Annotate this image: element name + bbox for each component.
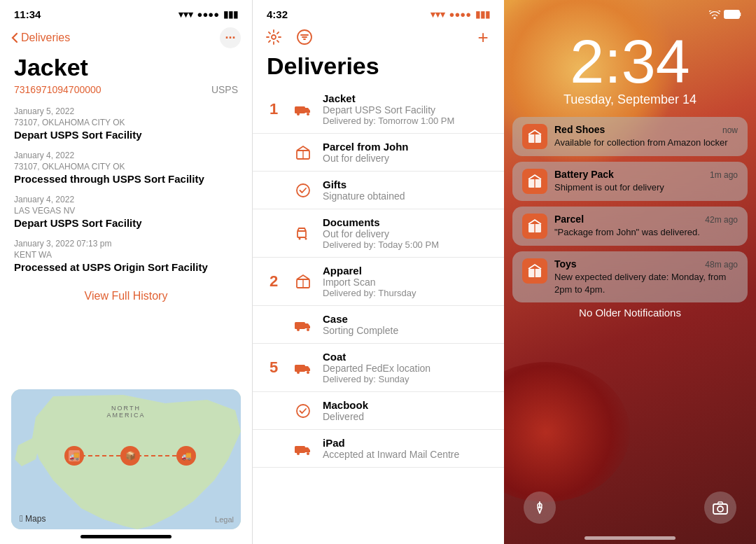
notif-title: Red Shoes (554, 124, 605, 135)
box-icon (292, 141, 314, 164)
list-item[interactable]: 1 Jacket Depart USPS Sort Facility Deliv… (253, 85, 504, 134)
notif-title: Parcel (554, 214, 584, 225)
svg-point-16 (307, 113, 309, 116)
history-status-2: Depart USPS Sort Facility (14, 217, 238, 229)
item-text-gifts: Gifts Signature obtained (323, 179, 493, 202)
notif-header: Toys 48m ago (554, 258, 738, 270)
map-view[interactable]: 🚚 📦 🚚 NORTH AMERICA  Maps Legal (11, 389, 241, 529)
svg-point-15 (297, 113, 300, 116)
chevron-left-icon (11, 32, 18, 43)
list-item[interactable]: 2 Apparel Import Scan Delivered by: Thur… (253, 258, 504, 306)
filter-icon[interactable] (295, 27, 314, 47)
history-entry-3: January 3, 2022 07:13 pm KENT WA Process… (14, 239, 238, 273)
item-text-ipad: iPad Accepted at Inward Mail Centre (323, 437, 493, 460)
package-title: Jacket (14, 54, 238, 81)
notif-header: Battery Pack 1m ago (554, 169, 738, 180)
notif-body: New expected delivery date: Monday, from… (554, 271, 738, 295)
history-location-0: 73107, OKLAHOMA CITY OK (14, 118, 238, 127)
lock-wifi-icon (709, 11, 720, 21)
item-text-jacket: Jacket Depart USPS Sort Facility Deliver… (323, 92, 493, 126)
notification-card[interactable]: Battery Pack 1m ago Shipment is out for … (512, 162, 748, 201)
svg-point-21 (299, 238, 301, 240)
apple-maps-label:  Maps (20, 513, 46, 524)
notifications-list: Red Shoes now Available for collection f… (504, 117, 756, 302)
lock-status-icons (709, 10, 742, 21)
list-status-icons: ▾▾▾ ●●●● ▮▮▮ (430, 9, 490, 20)
check-circle-icon-macbook (292, 400, 314, 422)
lock-screen-panel: 2:34 Tuesday, September 14 Red Shoes now… (504, 0, 756, 544)
item-text-macbook: Macbook Delivered (323, 399, 493, 422)
home-indicator (80, 535, 172, 538)
svg-rect-32 (295, 446, 305, 453)
lock-bottom-bar (504, 484, 756, 536)
notif-body: Shipment is out for delivery (554, 181, 738, 194)
history-location-1: 73107, OKLAHOMA CITY OK (14, 162, 238, 172)
history-date-2: January 4, 2022 (14, 195, 238, 204)
back-label: Deliveries (21, 32, 70, 44)
svg-text:🚚: 🚚 (181, 450, 192, 461)
detail-nav-bar: Deliveries ··· (0, 25, 252, 54)
notif-title: Toys (554, 258, 577, 270)
svg-rect-14 (295, 106, 305, 113)
svg-point-9 (272, 35, 276, 39)
list-item[interactable]: Gifts Signature obtained (253, 172, 504, 209)
item-badge-coat: 5 (264, 358, 284, 377)
list-item[interactable]: 5 Coat Departed FedEx location Delivered… (253, 344, 504, 392)
item-text-documents: Documents Out for delivery Delivered by:… (323, 216, 493, 250)
no-older-label: No Older Notifications (504, 307, 756, 319)
box-icon-apparel (292, 270, 314, 293)
notif-box-icon (522, 124, 547, 149)
notif-body: "Package from John" was delivered. (554, 226, 738, 239)
list-battery-icon: ▮▮▮ (475, 9, 490, 20)
add-button[interactable]: + (473, 27, 493, 47)
view-full-history-button[interactable]: View Full History (14, 283, 238, 309)
list-wifi-icon: ▾▾▾ (430, 9, 445, 20)
lock-time: 2:34 (504, 31, 756, 92)
list-item[interactable]: Macbook Delivered (253, 392, 504, 430)
back-button[interactable]: Deliveries (11, 32, 70, 44)
notif-box-icon-battery (522, 169, 547, 194)
history-date-1: January 4, 2022 (14, 151, 238, 160)
notif-content-redshoes: Red Shoes now Available for collection f… (554, 124, 738, 149)
notification-card[interactable]: Parcel 42m ago "Package from John" was d… (512, 207, 748, 246)
carrier-label: USPS (211, 84, 238, 95)
list-item[interactable]: iPad Accepted at Inward Mail Centre (253, 430, 504, 468)
list-item[interactable]: Case Sorting Complete (253, 306, 504, 344)
notification-card[interactable]: Toys 48m ago New expected delivery date:… (512, 251, 748, 302)
history-status-3: Processed at USPS Origin Sort Facility (14, 261, 238, 273)
cart-icon (292, 222, 314, 244)
detail-content: Jacket 7316971094700000 USPS January 5, … (0, 54, 252, 389)
truck-icon-coat (292, 356, 314, 379)
notif-content-parcel: Parcel 42m ago "Package from John" was d… (554, 214, 738, 239)
notif-time: 42m ago (705, 215, 738, 225)
history-entry-0: January 5, 2022 73107, OKLAHOMA CITY OK … (14, 106, 238, 141)
detail-status-bar: 11:34 ▾▾▾ ●●●● ▮▮▮ (0, 0, 252, 25)
detail-status-icons: ▾▾▾ ●●●● ▮▮▮ (178, 9, 238, 20)
svg-point-22 (305, 238, 307, 240)
notif-time: 48m ago (705, 260, 738, 270)
toolbar-icons-left (264, 27, 314, 47)
list-item[interactable]: Documents Out for delivery Delivered by:… (253, 209, 504, 258)
battery-icon: ▮▮▮ (223, 9, 238, 20)
map-legal-link[interactable]: Legal (215, 515, 234, 524)
more-button[interactable]: ··· (220, 27, 241, 48)
list-item[interactable]: Parcel from John Out for delivery (253, 134, 504, 172)
svg-point-27 (307, 328, 309, 331)
camera-icon[interactable] (704, 491, 736, 524)
truck-icon (292, 98, 314, 120)
history-entry-2: January 4, 2022 LAS VEGAS NV Depart USPS… (14, 195, 238, 229)
wifi-icon: ▾▾▾ (178, 9, 193, 20)
flashlight-icon[interactable] (524, 491, 556, 524)
apple-logo-icon:  (20, 513, 23, 524)
tracking-row: 7316971094700000 USPS (14, 84, 238, 95)
signal-icon: ●●●● (197, 9, 219, 20)
list-status-bar: 4:32 ▾▾▾ ●●●● ▮▮▮ (253, 0, 504, 25)
notif-time: now (722, 125, 738, 135)
map-america-label: AMERICA (106, 412, 145, 419)
notification-card[interactable]: Red Shoes now Available for collection f… (512, 117, 748, 156)
svg-point-26 (297, 328, 300, 331)
svg-point-34 (307, 452, 309, 455)
settings-icon[interactable] (264, 27, 284, 47)
item-text-coat: Coat Departed FedEx location Delivered b… (323, 351, 493, 384)
item-text-case: Case Sorting Complete (323, 313, 493, 336)
